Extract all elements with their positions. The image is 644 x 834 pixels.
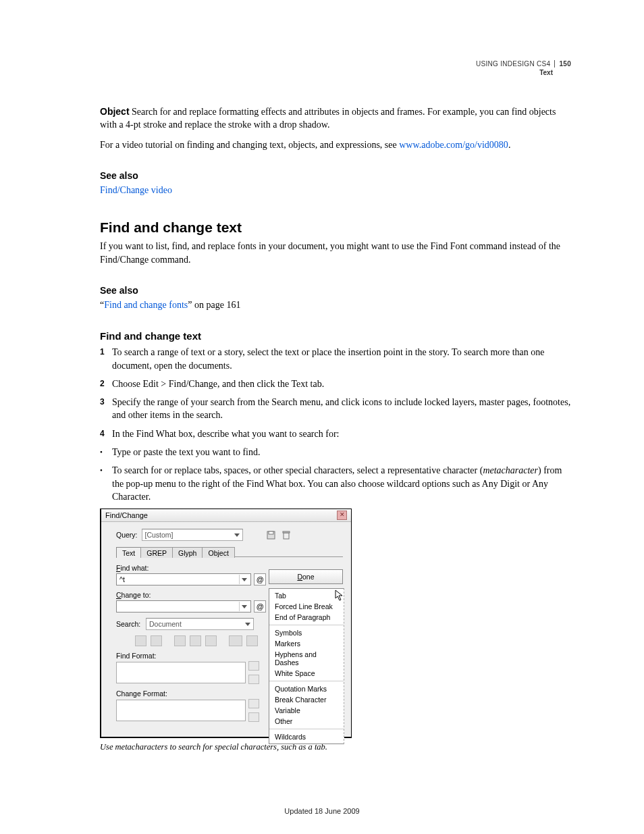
heading-find-and-change-text: Find and change text: [100, 219, 571, 236]
done-button[interactable]: Done: [269, 569, 343, 584]
query-select[interactable]: [Custom]: [142, 529, 243, 541]
save-query-icon[interactable]: [266, 529, 277, 540]
query-label: Query:: [116, 531, 138, 539]
step-3: 3Specify the range of your search from t…: [100, 396, 571, 422]
find-change-fonts-link[interactable]: Find and change fonts: [104, 300, 188, 310]
see-also-heading: See also: [100, 170, 571, 181]
dialog-title: Find/Change: [105, 511, 148, 519]
tab-object[interactable]: Object: [202, 547, 234, 558]
step-2: 2Choose Edit > Find/Change, and then cli…: [100, 377, 571, 390]
menu-item-break-character[interactable]: Break Character: [269, 694, 344, 705]
special-characters-button[interactable]: @: [254, 573, 266, 585]
search-scope-select[interactable]: Document: [146, 618, 254, 630]
change-format-box[interactable]: [116, 700, 246, 721]
change-format-label: Change Format:: [116, 689, 267, 698]
clear-format-icon[interactable]: [248, 675, 259, 684]
whole-word-icon[interactable]: [246, 635, 258, 646]
find-format-box[interactable]: [116, 662, 246, 683]
video-tutorial-link[interactable]: www.adobe.com/go/vid0080: [399, 140, 508, 150]
svg-rect-3: [283, 531, 290, 533]
clear-format-icon-2[interactable]: [248, 712, 259, 722]
chevron-down-icon: [245, 623, 250, 626]
bullet-type-text: Type or paste the text you want to find.: [100, 446, 571, 459]
tab-glyph[interactable]: Glyph: [172, 547, 203, 558]
menu-item-markers[interactable]: Markers: [269, 638, 344, 649]
running-header: USING INDESIGN CS4150 Text: [100, 59, 571, 77]
see-also-heading-2: See also: [100, 285, 571, 296]
locked-layers-icon[interactable]: [135, 635, 146, 646]
tab-strip: TextGREPGlyphObject: [116, 546, 343, 557]
find-what-label: Find what:: [116, 564, 267, 572]
find-what-input[interactable]: ^t: [116, 573, 251, 585]
paragraph-find-font-hint: If you want to list, find, and replace f…: [100, 240, 571, 266]
see-also-fonts: “Find and change fonts” on page 161: [100, 298, 571, 311]
page-footer: Updated 18 June 2009: [0, 807, 644, 815]
special-characters-button-2[interactable]: @: [254, 600, 266, 613]
subheading-find-and-change-text: Find and change text: [100, 330, 571, 342]
chevron-down-icon[interactable]: [242, 605, 247, 608]
paragraph-video-tutorial: For a video tutorial on finding and chan…: [100, 138, 571, 151]
footnotes-icon[interactable]: [205, 635, 217, 646]
delete-query-icon[interactable]: [281, 529, 292, 540]
paragraph-object: Object Search for and replace formatting…: [100, 105, 571, 132]
change-to-label: Change to:: [116, 591, 267, 599]
locked-stories-icon[interactable]: [151, 635, 162, 646]
find-format-label: Find Format:: [116, 652, 267, 660]
svg-rect-2: [284, 533, 289, 539]
step-4: 4In the Find What box, describe what you…: [100, 427, 571, 440]
search-label: Search:: [116, 620, 146, 628]
step-1: 1To search a range of text or a story, s…: [100, 346, 571, 372]
specify-format-icon-2[interactable]: [248, 699, 259, 708]
change-to-input[interactable]: [116, 600, 251, 613]
menu-item-forced-line-break[interactable]: Forced Line Break: [269, 601, 344, 612]
close-icon[interactable]: ✕: [337, 511, 347, 520]
menu-item-tab[interactable]: Tab: [269, 590, 344, 601]
menu-item-white-space[interactable]: White Space: [269, 668, 344, 679]
menu-item-end-of-paragraph[interactable]: End of Paragraph: [269, 612, 344, 623]
menu-item-quotation-marks[interactable]: Quotation Marks: [269, 683, 344, 694]
find-change-video-link[interactable]: Find/Change video: [100, 185, 172, 195]
search-option-icons: [135, 635, 267, 646]
menu-item-hyphens-dashes[interactable]: Hyphens and Dashes: [269, 649, 344, 668]
svg-rect-1: [269, 531, 273, 534]
chevron-down-icon: [234, 533, 240, 537]
hidden-layers-icon[interactable]: [174, 635, 186, 646]
bullet-metacharacter: To search for or replace tabs, spaces, o…: [100, 464, 571, 503]
find-change-dialog: Find/Change ✕ Query: [Custom]: [100, 509, 352, 738]
menu-item-variable[interactable]: Variable: [269, 705, 344, 716]
menu-item-symbols[interactable]: Symbols: [269, 627, 344, 638]
master-pages-icon[interactable]: [190, 635, 201, 646]
case-sensitive-icon[interactable]: [229, 635, 242, 646]
special-characters-menu: Tab Forced Line Break End of Paragraph S…: [269, 588, 344, 744]
menu-item-wildcards[interactable]: Wildcards: [269, 731, 344, 742]
chevron-down-icon[interactable]: [242, 578, 247, 581]
tab-grep[interactable]: GREP: [140, 547, 173, 558]
tab-text[interactable]: Text: [116, 547, 141, 558]
menu-item-other[interactable]: Other: [269, 716, 344, 727]
cursor-icon: [335, 590, 346, 602]
specify-format-icon[interactable]: [248, 661, 259, 671]
